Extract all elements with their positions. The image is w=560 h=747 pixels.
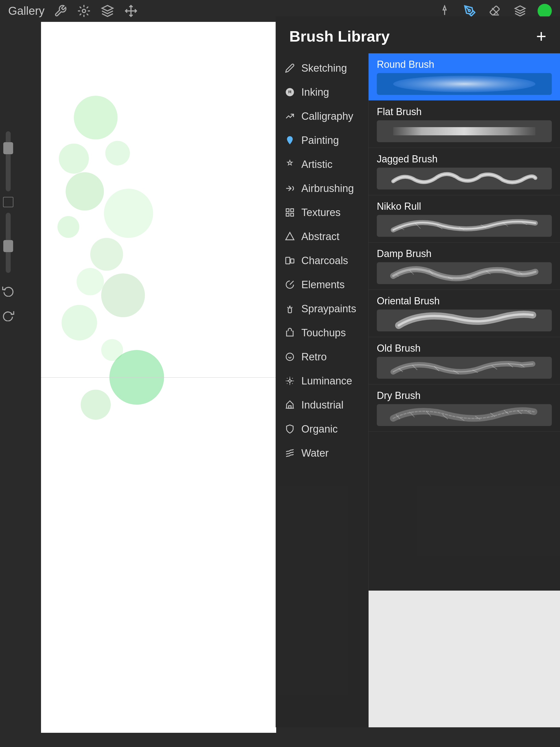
svg-rect-24 — [286, 213, 289, 216]
calligraphy-icon — [284, 110, 296, 122]
gallery-button[interactable]: Gallery — [8, 4, 45, 18]
svg-marker-6 — [515, 6, 525, 11]
water-icon — [284, 447, 296, 459]
sketching-icon — [284, 62, 296, 74]
luminance-icon — [284, 375, 296, 387]
organic-label: Organic — [301, 423, 338, 435]
svg-point-12 — [57, 216, 79, 238]
spraypaints-label: Spraypaints — [301, 303, 356, 315]
jagged-brush-preview — [377, 168, 552, 189]
sidebar-item-charcoals[interactable]: Charcoals — [276, 249, 368, 273]
dry-brush-preview — [377, 404, 552, 426]
sidebar-item-industrial[interactable]: Industrial — [276, 393, 368, 417]
svg-point-7 — [74, 96, 118, 139]
brush-item-old[interactable]: Old Brush — [368, 337, 560, 384]
sidebar-item-airbrushing[interactable]: Airbrushing — [276, 176, 368, 200]
sidebar-item-textures[interactable]: Textures — [276, 200, 368, 225]
opacity-thumb[interactable] — [3, 240, 13, 252]
left-sidebar — [0, 22, 17, 747]
svg-rect-35 — [368, 591, 560, 727]
svg-point-33 — [393, 76, 535, 92]
brush-library-panel: Brush Library + Sketching — [276, 17, 560, 727]
svg-point-9 — [105, 141, 130, 165]
old-brush-name: Old Brush — [377, 343, 552, 354]
charcoals-label: Charcoals — [301, 255, 348, 266]
sidebar-item-luminance[interactable]: Luminance — [276, 369, 368, 393]
painting-label: Painting — [301, 134, 339, 146]
brush-item-oriental[interactable]: Oriental Brush — [368, 290, 560, 337]
transform-tool-button[interactable] — [123, 3, 138, 19]
nikko-brush-preview — [377, 215, 552, 237]
oriental-brush-preview — [377, 310, 552, 331]
old-brush-preview — [377, 357, 552, 379]
touchups-icon — [284, 327, 296, 339]
stylize-tool-button[interactable] — [100, 3, 115, 19]
wrench-tool-button[interactable] — [53, 3, 68, 19]
svg-rect-29 — [288, 308, 291, 313]
svg-marker-4 — [443, 6, 446, 10]
sidebar-item-painting[interactable]: Painting — [276, 128, 368, 152]
svg-rect-20 — [137, 104, 274, 705]
airbrushing-icon — [284, 182, 296, 195]
sketching-label: Sketching — [301, 62, 347, 74]
nikko-brush-name: Nikko Rull — [377, 201, 552, 212]
svg-point-5 — [468, 9, 470, 11]
retro-label: Retro — [301, 351, 327, 363]
brush-size-slider[interactable] — [6, 131, 11, 191]
canvas-artwork[interactable] — [41, 22, 276, 733]
sidebar-item-water[interactable]: Water — [276, 441, 368, 465]
redo-button[interactable] — [1, 308, 15, 322]
textures-label: Textures — [301, 207, 341, 218]
elements-icon — [284, 279, 296, 291]
sidebar-item-calligraphy[interactable]: Calligraphy — [276, 104, 368, 128]
airbrushing-label: Airbrushing — [301, 183, 354, 195]
jagged-brush-name: Jagged Brush — [377, 153, 552, 165]
textures-icon — [284, 206, 296, 218]
brush-item-jagged[interactable]: Jagged Brush — [368, 148, 560, 195]
svg-point-10 — [66, 172, 104, 210]
touchups-label: Touchups — [301, 327, 346, 339]
sidebar-item-abstract[interactable]: Abstract — [276, 225, 368, 249]
sidebar-item-inking[interactable]: Inking — [276, 80, 368, 104]
brush-item-damp[interactable]: Damp Brush — [368, 242, 560, 290]
charcoals-icon — [284, 255, 296, 266]
artistic-icon — [284, 158, 296, 170]
svg-rect-25 — [291, 213, 294, 216]
round-brush-name: Round Brush — [377, 59, 552, 70]
flat-brush-preview — [377, 120, 552, 142]
svg-rect-22 — [286, 209, 289, 212]
brush-item-nikko[interactable]: Nikko Rull — [368, 195, 560, 242]
flat-brush-name: Flat Brush — [377, 106, 552, 118]
canvas-horizontal-line — [41, 377, 276, 378]
damp-brush-preview — [377, 262, 552, 284]
brush-item-dry[interactable]: Dry Brush — [368, 384, 560, 432]
svg-rect-34 — [393, 127, 535, 135]
sidebar-item-sketching[interactable]: Sketching — [276, 56, 368, 80]
sidebar-item-spraypaints[interactable]: Spraypaints — [276, 297, 368, 321]
svg-rect-27 — [286, 257, 290, 264]
brush-item-flat[interactable]: Flat Brush — [368, 101, 560, 148]
industrial-label: Industrial — [301, 399, 343, 411]
sidebar-item-elements[interactable]: Elements — [276, 273, 368, 297]
svg-point-0 — [82, 9, 85, 12]
sidebar-item-retro[interactable]: Retro — [276, 345, 368, 369]
add-brush-button[interactable]: + — [536, 28, 546, 45]
undo-button[interactable] — [1, 284, 15, 298]
color-button[interactable] — [538, 4, 552, 18]
brush-panel-title: Brush Library — [289, 27, 390, 45]
sidebar-item-touchups[interactable]: Touchups — [276, 321, 368, 345]
svg-rect-28 — [291, 259, 294, 263]
damp-brush-name: Damp Brush — [377, 248, 552, 259]
sidebar-item-organic[interactable]: Organic — [276, 417, 368, 441]
brush-item-round[interactable]: Round Brush — [368, 53, 560, 101]
svg-marker-26 — [286, 232, 294, 240]
small-square-button[interactable] — [3, 197, 14, 207]
svg-point-30 — [286, 353, 294, 361]
svg-point-8 — [59, 144, 89, 174]
abstract-icon — [284, 231, 296, 242]
brush-size-thumb[interactable] — [3, 142, 13, 154]
modify-tool-button[interactable] — [76, 3, 92, 19]
svg-rect-23 — [291, 209, 294, 212]
opacity-slider[interactable] — [6, 213, 11, 273]
sidebar-item-artistic[interactable]: Artistic — [276, 152, 368, 176]
